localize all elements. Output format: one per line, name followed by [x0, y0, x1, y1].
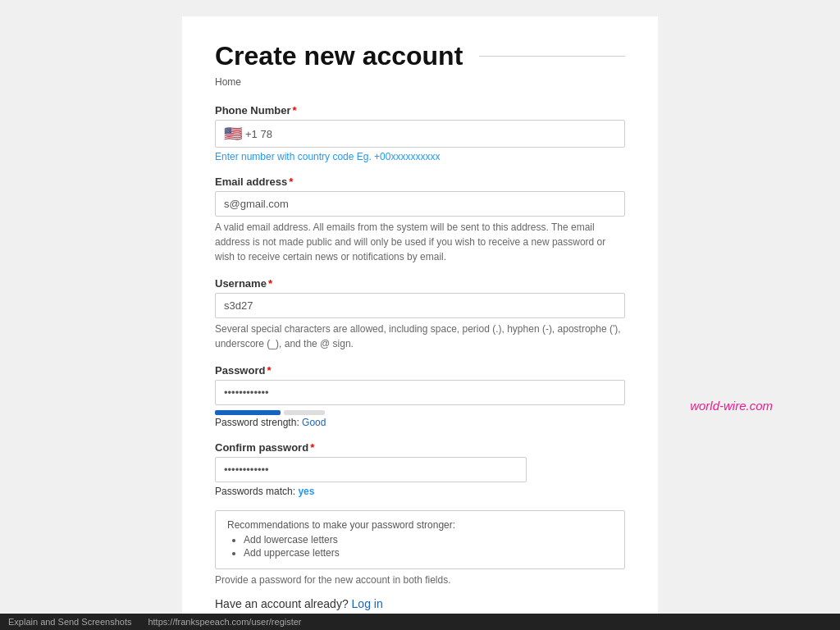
- username-hint: Several special characters are allowed, …: [215, 322, 625, 351]
- email-label: Email address*: [215, 176, 625, 188]
- have-account-row: Have an account already? Log in: [215, 597, 625, 610]
- recommendation-item: Add lowercase letters: [244, 534, 613, 546]
- phone-hint: Enter number with country code Eg. +00xx…: [215, 151, 625, 162]
- confirm-password-input[interactable]: [215, 457, 527, 482]
- country-code: +1 78: [245, 128, 272, 140]
- title-row: Create new account: [215, 41, 625, 71]
- username-field-group: Username* Several special characters are…: [215, 277, 625, 351]
- page-title: Create new account: [215, 41, 463, 71]
- phone-input[interactable]: [277, 128, 616, 140]
- phone-input-wrapper[interactable]: 🇺🇸 +1 78: [215, 120, 625, 148]
- provide-hint: Provide a password for the new account i…: [215, 574, 625, 586]
- breadcrumb: Home: [215, 76, 625, 88]
- username-label: Username*: [215, 277, 625, 290]
- login-link[interactable]: Log in: [352, 597, 383, 610]
- email-hint: A valid email address. All emails from t…: [215, 220, 625, 264]
- confirm-password-field-group: Confirm password* Passwords match: yes: [215, 441, 625, 497]
- password-strength-label: Password strength: Good: [215, 417, 625, 428]
- footer-bar: Explain and Send Screenshots https://fra…: [0, 614, 840, 630]
- recommendations-list: Add lowercase letters Add uppercase lett…: [227, 534, 613, 559]
- watermark: world-wire.com: [690, 399, 773, 413]
- footer-left: Explain and Send Screenshots: [8, 617, 131, 627]
- password-strength-bar: [215, 410, 625, 415]
- phone-field-group: Phone Number* 🇺🇸 +1 78 Enter number with…: [215, 104, 625, 162]
- password-field-group: Password* Password strength: Good: [215, 364, 625, 428]
- strength-segment-1: [215, 410, 281, 415]
- email-input[interactable]: [215, 191, 625, 217]
- strength-segment-2: [284, 410, 325, 415]
- passwords-match-label: Passwords match: yes: [215, 486, 625, 497]
- flag-icon: 🇺🇸: [224, 125, 242, 143]
- have-account-text: Have an account already?: [215, 597, 349, 610]
- phone-label: Phone Number*: [215, 104, 625, 116]
- confirm-password-label: Confirm password*: [215, 441, 625, 454]
- username-input[interactable]: [215, 293, 625, 318]
- recommendations-intro: Recommendations to make your password st…: [227, 519, 455, 531]
- password-input[interactable]: [215, 380, 625, 405]
- recommendation-item: Add uppercase letters: [244, 547, 613, 559]
- footer-right: https://frankspeeach.com/user/register: [148, 617, 301, 627]
- email-field-group: Email address* A valid email address. Al…: [215, 176, 625, 264]
- recommendations-box: Recommendations to make your password st…: [215, 510, 625, 569]
- password-label: Password*: [215, 364, 625, 377]
- title-divider: [479, 56, 625, 57]
